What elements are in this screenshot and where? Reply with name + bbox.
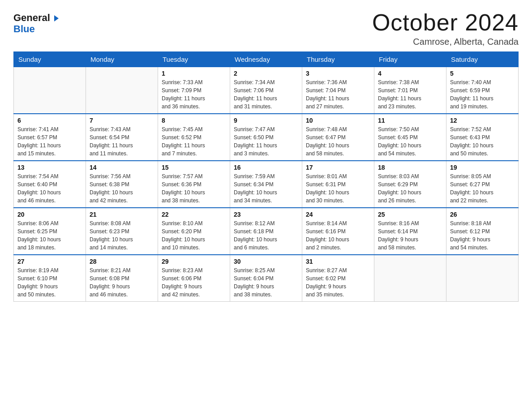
calendar-day-cell: 29Sunrise: 8:23 AM Sunset: 6:06 PM Dayli… [158,255,230,302]
day-info: Sunrise: 8:16 AM Sunset: 6:14 PM Dayligh… [378,219,442,252]
calendar-day-cell: 9Sunrise: 7:47 AM Sunset: 6:50 PM Daylig… [230,114,302,161]
weekday-header-friday: Friday [374,52,446,67]
weekday-header-monday: Monday [86,52,158,67]
calendar-day-cell: 22Sunrise: 8:10 AM Sunset: 6:20 PM Dayli… [158,208,230,255]
day-info: Sunrise: 7:54 AM Sunset: 6:40 PM Dayligh… [17,172,82,205]
day-info: Sunrise: 8:08 AM Sunset: 6:23 PM Dayligh… [90,219,154,252]
calendar-day-cell: 1Sunrise: 7:33 AM Sunset: 7:09 PM Daylig… [158,67,230,114]
day-number: 30 [234,258,298,265]
day-info: Sunrise: 7:40 AM Sunset: 6:59 PM Dayligh… [450,78,515,111]
calendar-day-cell: 12Sunrise: 7:52 AM Sunset: 6:43 PM Dayli… [446,114,519,161]
calendar-day-cell: 10Sunrise: 7:48 AM Sunset: 6:47 PM Dayli… [302,114,374,161]
calendar-day-cell: 8Sunrise: 7:45 AM Sunset: 6:52 PM Daylig… [158,114,230,161]
calendar-day-cell [374,255,446,302]
calendar-day-cell: 6Sunrise: 7:41 AM Sunset: 6:57 PM Daylig… [14,114,86,161]
calendar-week-row: 1Sunrise: 7:33 AM Sunset: 7:09 PM Daylig… [14,67,519,114]
calendar-day-cell: 15Sunrise: 7:57 AM Sunset: 6:36 PM Dayli… [158,161,230,208]
day-info: Sunrise: 8:05 AM Sunset: 6:27 PM Dayligh… [450,172,515,205]
day-number: 5 [450,70,515,77]
day-number: 28 [90,258,154,265]
calendar-day-cell: 18Sunrise: 8:03 AM Sunset: 6:29 PM Dayli… [374,161,446,208]
calendar-day-cell: 16Sunrise: 7:59 AM Sunset: 6:34 PM Dayli… [230,161,302,208]
month-title: October 2024 [372,9,519,36]
calendar-day-cell: 25Sunrise: 8:16 AM Sunset: 6:14 PM Dayli… [374,208,446,255]
day-number: 22 [162,211,226,218]
weekday-header-row: SundayMondayTuesdayWednesdayThursdayFrid… [14,52,519,67]
day-info: Sunrise: 8:27 AM Sunset: 6:02 PM Dayligh… [306,266,370,299]
day-number: 26 [450,211,515,218]
calendar-day-cell: 11Sunrise: 7:50 AM Sunset: 6:45 PM Dayli… [374,114,446,161]
calendar-week-row: 6Sunrise: 7:41 AM Sunset: 6:57 PM Daylig… [14,114,519,161]
day-info: Sunrise: 7:34 AM Sunset: 7:06 PM Dayligh… [234,78,298,111]
day-number: 18 [378,164,442,171]
day-info: Sunrise: 8:01 AM Sunset: 6:31 PM Dayligh… [306,172,370,205]
logo-blue-text: Blue [13,23,35,35]
day-info: Sunrise: 7:43 AM Sunset: 6:54 PM Dayligh… [90,125,154,158]
day-info: Sunrise: 7:59 AM Sunset: 6:34 PM Dayligh… [234,172,298,205]
calendar-day-cell: 27Sunrise: 8:19 AM Sunset: 6:10 PM Dayli… [14,255,86,302]
day-number: 25 [378,211,442,218]
logo: General Blue [13,13,59,35]
calendar-day-cell: 30Sunrise: 8:25 AM Sunset: 6:04 PM Dayli… [230,255,302,302]
weekday-header-thursday: Thursday [302,52,374,67]
day-number: 27 [17,258,82,265]
day-number: 29 [162,258,226,265]
calendar-week-row: 13Sunrise: 7:54 AM Sunset: 6:40 PM Dayli… [14,161,519,208]
day-info: Sunrise: 8:25 AM Sunset: 6:04 PM Dayligh… [234,266,298,299]
calendar-day-cell: 13Sunrise: 7:54 AM Sunset: 6:40 PM Dayli… [14,161,86,208]
weekday-header-wednesday: Wednesday [230,52,302,67]
day-info: Sunrise: 8:14 AM Sunset: 6:16 PM Dayligh… [306,219,370,252]
day-number: 6 [17,117,82,124]
weekday-header-sunday: Sunday [14,52,86,67]
day-number: 16 [234,164,298,171]
day-number: 23 [234,211,298,218]
calendar-day-cell: 7Sunrise: 7:43 AM Sunset: 6:54 PM Daylig… [86,114,158,161]
day-info: Sunrise: 7:47 AM Sunset: 6:50 PM Dayligh… [234,125,298,158]
day-number: 11 [378,117,442,124]
calendar-day-cell: 26Sunrise: 8:18 AM Sunset: 6:12 PM Dayli… [446,208,519,255]
day-info: Sunrise: 8:21 AM Sunset: 6:08 PM Dayligh… [90,266,154,299]
day-number: 1 [162,70,226,77]
calendar-week-row: 20Sunrise: 8:06 AM Sunset: 6:25 PM Dayli… [14,208,519,255]
day-number: 2 [234,70,298,77]
calendar-day-cell [446,255,519,302]
day-info: Sunrise: 7:57 AM Sunset: 6:36 PM Dayligh… [162,172,226,205]
day-info: Sunrise: 7:52 AM Sunset: 6:43 PM Dayligh… [450,125,515,158]
day-number: 4 [378,70,442,77]
day-number: 14 [90,164,154,171]
day-info: Sunrise: 7:48 AM Sunset: 6:47 PM Dayligh… [306,125,370,158]
day-number: 31 [306,258,370,265]
logo-general-text: General [13,12,50,23]
calendar-day-cell [14,67,86,114]
title-block: October 2024 Camrose, Alberta, Canada [372,9,519,47]
day-number: 13 [17,164,82,171]
day-info: Sunrise: 8:19 AM Sunset: 6:10 PM Dayligh… [17,266,82,299]
page-header: General Blue October 2024 Camrose, Alber… [13,9,519,47]
calendar-day-cell: 19Sunrise: 8:05 AM Sunset: 6:27 PM Dayli… [446,161,519,208]
day-number: 9 [234,117,298,124]
calendar-day-cell [86,67,158,114]
calendar-day-cell: 23Sunrise: 8:12 AM Sunset: 6:18 PM Dayli… [230,208,302,255]
calendar-day-cell: 31Sunrise: 8:27 AM Sunset: 6:02 PM Dayli… [302,255,374,302]
day-number: 3 [306,70,370,77]
day-info: Sunrise: 7:45 AM Sunset: 6:52 PM Dayligh… [162,125,226,158]
day-info: Sunrise: 8:12 AM Sunset: 6:18 PM Dayligh… [234,219,298,252]
day-number: 24 [306,211,370,218]
weekday-header-saturday: Saturday [446,52,519,67]
logo-arrow-icon [54,15,59,21]
day-number: 20 [17,211,82,218]
day-info: Sunrise: 7:33 AM Sunset: 7:09 PM Dayligh… [162,78,226,111]
calendar-day-cell: 24Sunrise: 8:14 AM Sunset: 6:16 PM Dayli… [302,208,374,255]
calendar-day-cell: 5Sunrise: 7:40 AM Sunset: 6:59 PM Daylig… [446,67,519,114]
day-info: Sunrise: 8:10 AM Sunset: 6:20 PM Dayligh… [162,219,226,252]
day-number: 8 [162,117,226,124]
calendar-week-row: 27Sunrise: 8:19 AM Sunset: 6:10 PM Dayli… [14,255,519,302]
day-info: Sunrise: 8:03 AM Sunset: 6:29 PM Dayligh… [378,172,442,205]
calendar-day-cell: 14Sunrise: 7:56 AM Sunset: 6:38 PM Dayli… [86,161,158,208]
day-number: 15 [162,164,226,171]
day-number: 10 [306,117,370,124]
calendar-day-cell: 3Sunrise: 7:36 AM Sunset: 7:04 PM Daylig… [302,67,374,114]
day-info: Sunrise: 7:36 AM Sunset: 7:04 PM Dayligh… [306,78,370,111]
day-info: Sunrise: 7:41 AM Sunset: 6:57 PM Dayligh… [17,125,82,158]
weekday-header-tuesday: Tuesday [158,52,230,67]
